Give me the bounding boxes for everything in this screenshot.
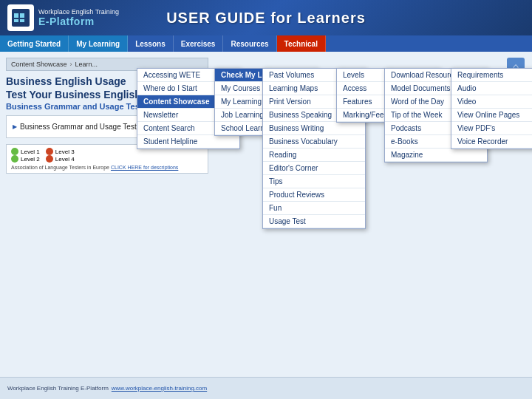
legend-level4: Level 4 — [46, 155, 75, 163]
level4-label: Level 4 — [55, 156, 75, 163]
nav-item-technical[interactable]: Technical — [277, 35, 326, 52]
header: Workplace English Training E-Platform US… — [0, 0, 532, 35]
right-panel: ⌂ Each test provides a timed multiple ch… — [214, 52, 532, 377]
legend-row2: Level 2 Level 4 — [11, 155, 203, 163]
tree-container: ▶ Business Grammar and Usage Test — [6, 115, 208, 138]
level-legend: Level 1 Level 3 Level 2 Level 4 Associ — [6, 144, 208, 174]
tree-dot-icon — [196, 124, 202, 130]
svg-rect-3 — [14, 19, 18, 22]
level2-dot — [11, 155, 18, 163]
section-heading: Business English Usage — [6, 75, 208, 87]
logo-text: Workplace English Training E-Platform — [38, 8, 119, 27]
nav-item-my-learning[interactable]: My Learning — [69, 35, 128, 52]
breadcrumb-part1[interactable]: Content Showcase — [11, 61, 67, 68]
nav-item-resources[interactable]: Resources — [223, 35, 276, 52]
svg-rect-2 — [20, 13, 24, 18]
breadcrumb-part2[interactable]: Learn... — [75, 61, 98, 68]
home-icon-area: ⌂ — [222, 58, 525, 75]
legend-org: Association of Language Testers in Europ… — [11, 165, 203, 170]
legend-row: Level 1 Level 3 — [11, 148, 203, 155]
level4-dot — [46, 155, 53, 163]
page-subtitle: Business Grammar and Usage Test — [6, 102, 208, 111]
breadcrumb-sep: › — [70, 61, 72, 68]
svg-rect-4 — [20, 19, 24, 22]
level2-label: Level 2 — [21, 156, 40, 163]
tree-item-label: Business Grammar and Usage Test — [20, 123, 137, 131]
description-text: Each test provides a timed multiple choi… — [222, 78, 525, 112]
nav-item-getting-started[interactable]: Getting Started — [0, 35, 69, 52]
tree-item[interactable]: ▶ Business Grammar and Usage Test — [11, 120, 203, 133]
logo: Workplace English Training E-Platform — [7, 4, 119, 31]
level1-dot — [11, 148, 18, 155]
logo-bottom-text: E-Platform — [38, 16, 119, 27]
page-main-title: Test Your Business English — [6, 89, 208, 100]
nav-item-lessons[interactable]: Lessons — [128, 35, 174, 52]
legend-level3: Level 3 — [46, 148, 75, 155]
left-panel: Content Showcase › Learn... Business Eng… — [0, 52, 214, 377]
svg-rect-1 — [14, 13, 18, 18]
main-content: Accessing WETE Where do I Start Content … — [0, 52, 532, 377]
logo-top-text: Workplace English Training — [38, 8, 119, 16]
level1-label: Level 1 — [21, 149, 40, 155]
logo-icon — [7, 4, 34, 31]
footer: Workplace English Training E-Platform ww… — [0, 377, 532, 399]
level3-label: Level 3 — [55, 149, 75, 155]
level3-dot — [46, 148, 53, 155]
legend-level2: Level 2 — [11, 155, 40, 163]
legend-level1: Level 1 — [11, 148, 40, 155]
tree-arrow-icon: ▶ — [13, 123, 17, 130]
footer-company: Workplace English Training E-Platform — [7, 385, 109, 392]
nav-bar: Getting Started My Learning Lessons Exer… — [0, 35, 532, 52]
page-title: USER GUIDE for Learners — [166, 10, 366, 27]
breadcrumb: Content Showcase › Learn... — [6, 58, 208, 71]
legend-org2-text: Europe — [92, 165, 109, 170]
nav-item-exercises[interactable]: Exercises — [174, 35, 224, 52]
footer-url[interactable]: www.workplace-english-training.com — [112, 385, 207, 392]
legend-link[interactable]: CLICK HERE for descriptions — [111, 165, 178, 170]
legend-org-text: Association of Language Testers in — [11, 165, 91, 170]
section-heading-text: Business English Usage — [6, 75, 126, 87]
home-icon[interactable]: ⌂ — [507, 58, 525, 75]
